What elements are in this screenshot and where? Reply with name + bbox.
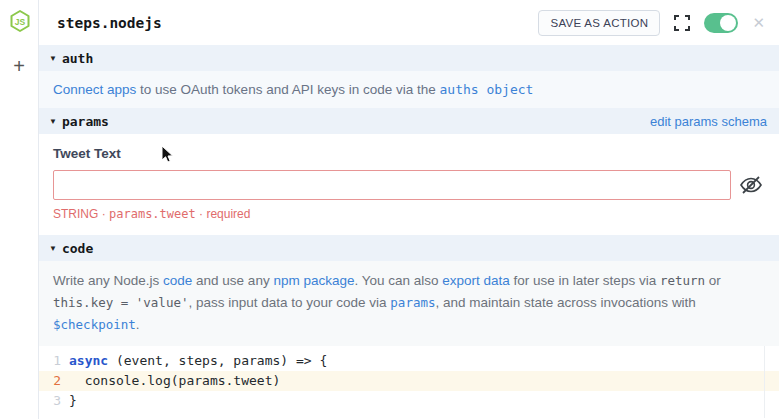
auth-desc-text: to use OAuth tokens and API keys in code… bbox=[136, 82, 439, 97]
step-titlebar: steps.nodejs SAVE AS ACTION ✕ bbox=[39, 0, 779, 45]
line-number: 1 bbox=[39, 351, 69, 371]
auths-object-link[interactable]: auths object bbox=[440, 82, 534, 97]
step-enabled-toggle[interactable] bbox=[704, 13, 738, 33]
add-step-button[interactable]: + bbox=[9, 56, 29, 76]
section-header-params[interactable]: ▼ params edit params schema bbox=[39, 108, 779, 134]
editor-ruler bbox=[764, 346, 765, 418]
section-label-code: code bbox=[62, 241, 93, 256]
tweet-text-label: Tweet Text bbox=[53, 146, 765, 161]
params-link[interactable]: params bbox=[390, 295, 435, 310]
connect-apps-link[interactable]: Connect apps bbox=[53, 82, 136, 97]
params-body: Tweet Text STRING · params.tweet · requi… bbox=[39, 134, 779, 235]
step-title: steps.nodejs bbox=[57, 15, 162, 31]
line-number: 2 bbox=[39, 371, 69, 391]
auth-description: Connect apps to use OAuth tokens and API… bbox=[39, 71, 779, 108]
field-meta: STRING · params.tweet · required bbox=[53, 207, 765, 221]
section-header-code[interactable]: ▼ code bbox=[39, 235, 779, 261]
code-description: Write any Node.js code and use any npm p… bbox=[39, 261, 779, 346]
code-line[interactable]: 1async (event, steps, params) => { bbox=[39, 351, 779, 371]
npm-package-link[interactable]: npm package bbox=[273, 273, 354, 288]
svg-text:JS: JS bbox=[15, 17, 26, 27]
save-as-action-button[interactable]: SAVE AS ACTION bbox=[538, 10, 660, 36]
step-editor-panel: steps.nodejs SAVE AS ACTION ✕ ▼ auth Con… bbox=[38, 0, 779, 419]
section-label-params: params bbox=[62, 114, 109, 129]
code-line[interactable]: 3} bbox=[39, 391, 779, 411]
code-docs-link[interactable]: code bbox=[163, 273, 192, 288]
collapse-triangle-icon: ▼ bbox=[49, 117, 57, 126]
toggle-knob bbox=[720, 15, 736, 31]
export-data-link[interactable]: export data bbox=[442, 273, 510, 288]
code-line-current[interactable]: 2 console.log(params.tweet) bbox=[39, 371, 779, 391]
section-label-auth: auth bbox=[62, 51, 93, 66]
workflow-left-rail: JS + bbox=[0, 0, 38, 419]
tweet-text-input[interactable] bbox=[53, 170, 731, 200]
collapse-triangle-icon: ▼ bbox=[49, 54, 57, 63]
line-number: 3 bbox=[39, 391, 69, 411]
edit-params-schema-link[interactable]: edit params schema bbox=[650, 114, 767, 129]
eye-slash-icon[interactable] bbox=[738, 172, 765, 199]
fullscreen-icon[interactable] bbox=[674, 15, 690, 31]
checkpoint-link[interactable]: $checkpoint bbox=[53, 317, 136, 332]
code-editor[interactable]: 1async (event, steps, params) => { 2 con… bbox=[39, 346, 779, 418]
section-header-auth[interactable]: ▼ auth bbox=[39, 45, 779, 71]
close-icon[interactable]: ✕ bbox=[752, 15, 765, 30]
collapse-triangle-icon: ▼ bbox=[49, 244, 57, 253]
nodejs-icon: JS bbox=[8, 9, 32, 33]
